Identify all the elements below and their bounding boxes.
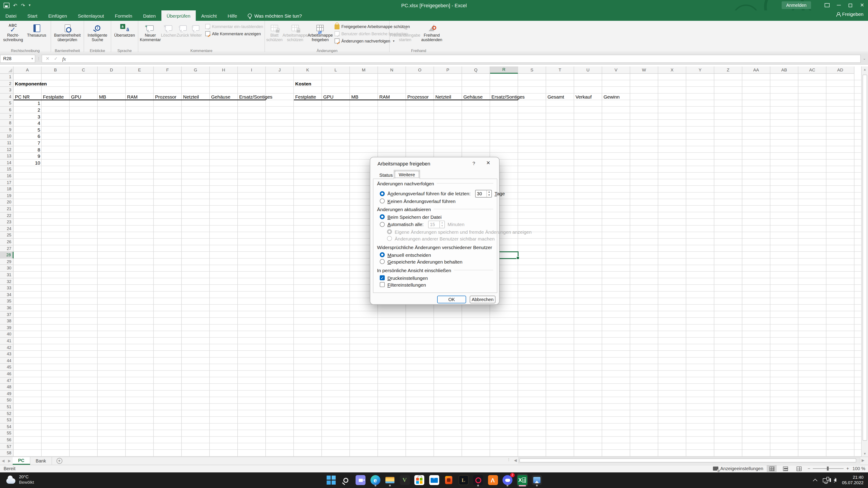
view-page-break-button[interactable] — [794, 465, 804, 472]
cell-A11[interactable]: 7 — [13, 140, 41, 146]
horizontal-scrollbar-thumb[interactable] — [520, 458, 856, 462]
row-header-27[interactable]: 27 — [0, 245, 13, 252]
taskbar-explorer-button[interactable] — [384, 474, 395, 487]
column-header-AD[interactable]: AD — [827, 66, 855, 74]
tab-daten[interactable]: Daten — [138, 10, 161, 21]
row-header-12[interactable]: 12 — [0, 146, 13, 153]
minimize-button[interactable] — [833, 0, 844, 10]
taskbar-a-app-button[interactable]: Λ — [487, 474, 498, 487]
cell-V4[interactable]: Gewinn — [602, 94, 621, 100]
row-header-55[interactable]: 55 — [0, 430, 13, 437]
row-header-42[interactable]: 42 — [0, 344, 13, 351]
vertical-scrollbar[interactable]: ▲ ▼ — [861, 66, 868, 457]
column-header-A[interactable]: A — [13, 66, 41, 74]
column-header-R[interactable]: R — [490, 66, 518, 74]
add-sheet-button[interactable]: + — [56, 458, 62, 464]
row-header-35[interactable]: 35 — [0, 298, 13, 305]
cell-A6[interactable]: 2 — [13, 107, 41, 113]
column-header-Q[interactable]: Q — [462, 66, 490, 74]
column-header-V[interactable]: V — [602, 66, 630, 74]
cell-A4[interactable]: PC NR — [13, 94, 31, 100]
row-header-56[interactable]: 56 — [0, 437, 13, 443]
row-header-49[interactable]: 49 — [0, 391, 13, 397]
row-header-36[interactable]: 36 — [0, 305, 13, 311]
column-header-AB[interactable]: AB — [770, 66, 798, 74]
zoom-out-icon[interactable]: − — [808, 466, 810, 471]
row-header-39[interactable]: 39 — [0, 325, 13, 331]
cell-K2[interactable]: Kosten — [294, 80, 313, 87]
zoom-level[interactable]: 100 % — [852, 466, 865, 471]
taskbar-excel-button[interactable]: X — [517, 474, 528, 487]
row-header-47[interactable]: 47 — [0, 377, 13, 384]
column-header-N[interactable]: N — [378, 66, 406, 74]
row-header-57[interactable]: 57 — [0, 443, 13, 450]
cell-K4[interactable]: Festplatte — [294, 94, 317, 100]
column-header-H[interactable]: H — [210, 66, 238, 74]
cell-M4[interactable]: MB — [350, 94, 360, 100]
redo-icon[interactable]: ↷ — [21, 2, 25, 8]
column-header-P[interactable]: P — [434, 66, 462, 74]
confirm-entry-icon[interactable]: ✓ — [54, 56, 58, 61]
column-header-C[interactable]: C — [70, 66, 98, 74]
clock[interactable]: 21:40 05.07.2022 — [842, 475, 864, 486]
row-header-51[interactable]: 51 — [0, 404, 13, 410]
radio-auto-save-show[interactable]: Eigene Änderungen speichern und fremde Ä… — [387, 229, 532, 234]
hide-ink-button[interactable]: Freihand ausblenden — [419, 22, 444, 48]
zoom-in-icon[interactable]: + — [846, 466, 849, 471]
cell-T4[interactable]: Gesamt — [546, 94, 565, 100]
sheet-nav-left-icon[interactable]: ◀ — [0, 457, 6, 464]
tab-formeln[interactable]: Formeln — [110, 10, 138, 21]
row-header-53[interactable]: 53 — [0, 417, 13, 423]
cancel-entry-icon[interactable]: ✕ — [46, 56, 50, 61]
column-header-Y[interactable]: Y — [686, 66, 714, 74]
column-header-AC[interactable]: AC — [798, 66, 827, 74]
view-normal-button[interactable] — [767, 465, 777, 472]
radio-update-auto[interactable]: Automatisch alle: 15▲▼ Minuten — [380, 220, 465, 228]
tab-ansicht[interactable]: Ansicht — [196, 10, 222, 21]
taskbar-search-button[interactable] — [340, 474, 351, 487]
row-header-7[interactable]: 7 — [0, 113, 13, 120]
row-header-48[interactable]: 48 — [0, 384, 13, 390]
cell-G4[interactable]: Netzteil — [182, 94, 200, 100]
column-header-G[interactable]: G — [182, 66, 210, 74]
previous-comment-button[interactable]: ← Zurück — [176, 22, 189, 48]
scroll-left-icon[interactable]: ◀ — [513, 458, 518, 462]
row-header-34[interactable]: 34 — [0, 292, 13, 298]
ribbon-display-options-button[interactable] — [821, 0, 833, 10]
row-header-26[interactable]: 26 — [0, 239, 13, 245]
taskbar-operagx-button[interactable] — [473, 474, 484, 487]
insert-function-icon[interactable]: fx — [62, 56, 66, 61]
checkbox-filter-settings[interactable]: Filtereinstellungen — [380, 282, 426, 287]
row-header-23[interactable]: 23 — [0, 219, 13, 225]
row-header-22[interactable]: 22 — [0, 212, 13, 219]
tab-einfuegen[interactable]: Einfügen — [43, 10, 72, 21]
radio-keep-saved[interactable]: Gespeicherte Änderungen behalten — [380, 259, 463, 264]
row-header-8[interactable]: 8 — [0, 120, 13, 126]
taskbar-league-button[interactable]: L — [458, 474, 469, 487]
column-header-W[interactable]: W — [630, 66, 658, 74]
view-page-layout-button[interactable] — [780, 465, 790, 472]
ok-button[interactable]: OK — [437, 296, 466, 303]
sheet-nav-right-icon[interactable]: ▶ — [6, 457, 13, 464]
cell-A7[interactable]: 3 — [13, 113, 41, 120]
row-header-24[interactable]: 24 — [0, 225, 13, 232]
undo-icon[interactable]: ↶ — [13, 2, 17, 8]
row-header-6[interactable]: 6 — [0, 107, 13, 113]
cell-P4[interactable]: Netzteil — [434, 94, 453, 100]
show-all-comments-button[interactable]: Alle Kommentare anzeigen — [205, 31, 263, 37]
radio-keep-history[interactable]: Änderungsverlauf führen für die letzten:… — [380, 190, 505, 197]
tab-datei[interactable]: Datei — [0, 10, 22, 21]
row-header-50[interactable]: 50 — [0, 397, 13, 404]
column-header-X[interactable]: X — [658, 66, 686, 74]
row-header-58[interactable]: 58 — [0, 450, 13, 456]
row-header-32[interactable]: 32 — [0, 278, 13, 285]
checkbox-print-settings[interactable]: ✓ Druckeinstellungen — [380, 275, 428, 280]
row-header-20[interactable]: 20 — [0, 199, 13, 206]
translate-button[interactable]: aā Übersetzen — [113, 22, 136, 48]
radio-no-history[interactable]: Keinen Änderungsverlauf führen — [380, 198, 456, 204]
tab-ueberpruefen[interactable]: Überprüfen — [161, 10, 196, 21]
next-comment-button[interactable]: → Weiter — [189, 22, 203, 48]
cell-A10[interactable]: 6 — [13, 133, 41, 140]
column-header-J[interactable]: J — [266, 66, 294, 74]
row-header-3[interactable]: 3 — [0, 87, 13, 93]
